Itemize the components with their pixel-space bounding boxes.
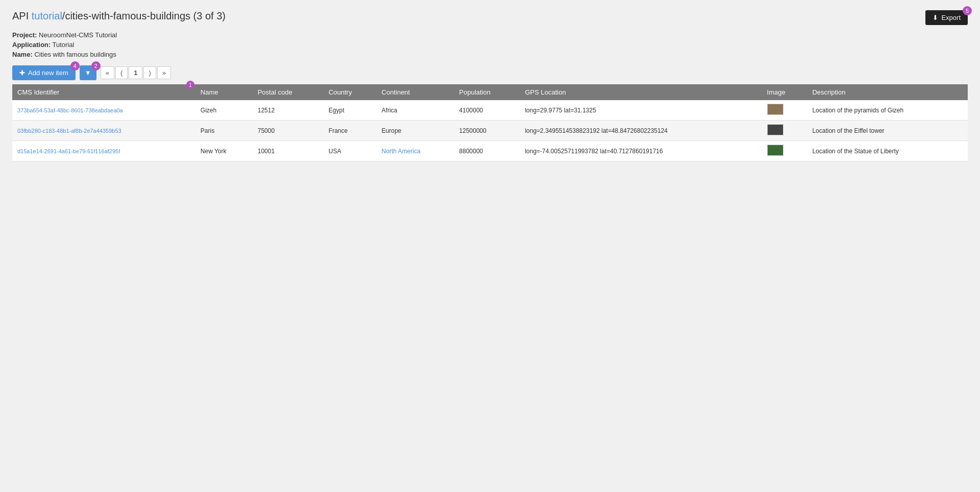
cell-cms-id: 373ba654-53af-48bc-8601-738eabdaea0a xyxy=(12,100,195,121)
cell-name: Gizeh xyxy=(195,100,253,121)
title-prefix: API xyxy=(12,10,32,21)
next-page-button[interactable]: ) xyxy=(143,66,156,79)
data-table: CMS Identifier 1 Name Postal code Countr… xyxy=(12,84,968,161)
project-value: NeuroomNet-CMS Tutorial xyxy=(39,31,117,39)
project-label: Project: xyxy=(12,31,37,39)
cell-gps: long=-74.00525711993782 lat=40.712786019… xyxy=(520,141,762,161)
application-value: Tutorial xyxy=(53,41,75,49)
filter-icon: ▼ xyxy=(85,69,91,77)
title-link[interactable]: tutorial xyxy=(32,10,62,21)
meta-info: Project: NeuroomNet-CMS Tutorial Applica… xyxy=(12,31,968,58)
cms-id-col-badge: 1 xyxy=(186,81,194,89)
col-postal-code: Postal code xyxy=(253,84,324,100)
title-suffix: /cities-with-famous-buildings (3 of 3) xyxy=(62,10,226,21)
col-cms-id: CMS Identifier 1 xyxy=(12,84,195,100)
cell-gps: long=29.9775 lat=31.1325 xyxy=(520,100,762,121)
export-icon: ⬇ xyxy=(933,14,938,21)
cell-population: 4100000 xyxy=(454,100,520,121)
col-description: Description xyxy=(807,84,968,100)
cell-image xyxy=(762,121,807,141)
name-label: Name: xyxy=(12,51,33,58)
prev-page-button[interactable]: ( xyxy=(115,66,128,79)
first-page-button[interactable]: « xyxy=(101,66,114,79)
image-thumbnail xyxy=(767,124,783,135)
page-title: API tutorial/cities-with-famous-building… xyxy=(12,10,226,22)
cell-cms-id: 03fbb280-c183-48b1-af8b-2e7a44359b53 xyxy=(12,121,195,141)
cell-country: Egypt xyxy=(324,100,377,121)
cell-population: 12500000 xyxy=(454,121,520,141)
cell-postal-code: 12512 xyxy=(253,100,324,121)
export-label: Export xyxy=(941,14,961,21)
cell-description: Location of the Statue of Liberty xyxy=(807,141,968,161)
col-name: Name xyxy=(195,84,253,100)
add-new-item-button[interactable]: ✚ Add new item 4 xyxy=(12,65,76,80)
cell-cms-id: d15a1e14-2691-4a61-be79-61f116af295f xyxy=(12,141,195,161)
filter-badge: 2 xyxy=(91,61,101,71)
cell-postal-code: 10001 xyxy=(253,141,324,161)
cell-continent: Africa xyxy=(377,100,454,121)
cell-gps: long=2.3495514538823192 lat=48.847268022… xyxy=(520,121,762,141)
export-badge: 5 xyxy=(963,6,972,15)
cell-description: Location of the pyramids of Gizeh xyxy=(807,100,968,121)
cell-country: USA xyxy=(324,141,377,161)
cell-population: 8800000 xyxy=(454,141,520,161)
last-page-button[interactable]: » xyxy=(157,66,171,79)
pagination: « ( 1 ) » xyxy=(101,66,171,79)
filter-button[interactable]: ▼ 2 xyxy=(80,65,96,80)
col-gps: GPS Location xyxy=(520,84,762,100)
cell-name: Paris xyxy=(195,121,253,141)
image-thumbnail xyxy=(767,104,783,115)
cell-image xyxy=(762,141,807,161)
col-population: Population xyxy=(454,84,520,100)
current-page-button[interactable]: 1 xyxy=(129,66,142,79)
add-icon: ✚ xyxy=(19,69,25,77)
col-country: Country xyxy=(324,84,377,100)
cell-image xyxy=(762,100,807,121)
col-continent: Continent xyxy=(377,84,454,100)
toolbar: ✚ Add new item 4 ▼ 2 « ( 1 ) » xyxy=(12,65,968,80)
cell-continent: Europe xyxy=(377,121,454,141)
add-button-label: Add new item xyxy=(28,69,68,77)
name-value: Cities with famous buildings xyxy=(34,51,116,58)
image-thumbnail xyxy=(767,145,783,156)
table-row: 03fbb280-c183-48b1-af8b-2e7a44359b53 Par… xyxy=(12,121,968,141)
cell-postal-code: 75000 xyxy=(253,121,324,141)
add-badge: 4 xyxy=(70,61,80,71)
table-row: d15a1e14-2691-4a61-be79-61f116af295f New… xyxy=(12,141,968,161)
cell-country: France xyxy=(324,121,377,141)
application-label: Application: xyxy=(12,41,51,49)
cell-name: New York xyxy=(195,141,253,161)
cell-continent: North America xyxy=(377,141,454,161)
export-button[interactable]: ⬇ Export 5 xyxy=(925,10,968,25)
table-row: 373ba654-53af-48bc-8601-738eabdaea0a Giz… xyxy=(12,100,968,121)
cell-description: Location of the Eiffel tower xyxy=(807,121,968,141)
col-image: Image xyxy=(762,84,807,100)
